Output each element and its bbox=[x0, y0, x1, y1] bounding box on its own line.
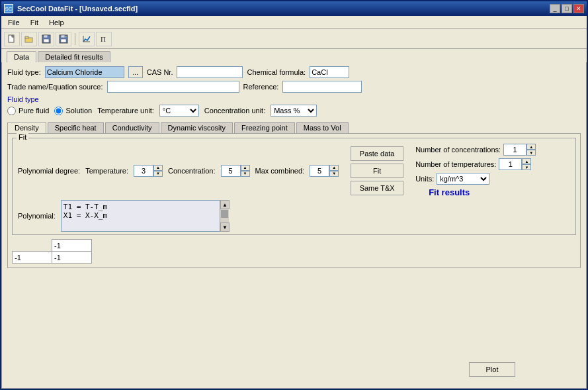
fluid-type-section: Fluid type bbox=[7, 95, 581, 103]
svg-rect-5 bbox=[44, 35, 48, 38]
temp-spinner-down[interactable]: ▼ bbox=[153, 171, 163, 177]
concentration-unit-select[interactable]: Mass % Vol % bbox=[271, 105, 317, 117]
save-button[interactable] bbox=[38, 32, 54, 46]
units-select[interactable]: kg/m^3 J/kg/K W/m/K bbox=[437, 173, 489, 185]
tab-conductivity[interactable]: Conductivity bbox=[105, 122, 159, 133]
conc-spinner: ▲ ▼ bbox=[221, 165, 250, 177]
tab-data[interactable]: Data bbox=[7, 51, 36, 62]
temp-spinner-input[interactable] bbox=[134, 165, 153, 177]
tab-mass-to-vol[interactable]: Mass to Vol bbox=[296, 122, 349, 133]
num-temp-up[interactable]: ▲ bbox=[522, 158, 531, 164]
reference-input[interactable] bbox=[282, 81, 362, 93]
svg-text:+: + bbox=[65, 34, 67, 38]
chemical-formula-label: Chemical formula: bbox=[247, 68, 306, 76]
tab-density[interactable]: Density bbox=[7, 122, 46, 133]
table-cell[interactable]: -1 bbox=[52, 252, 92, 264]
scroll-thumb[interactable] bbox=[221, 210, 228, 218]
num-concentrations-row: Number of concentrations: ▲ ▼ bbox=[415, 144, 536, 156]
max-combined-spinner: ▲ ▼ bbox=[310, 165, 339, 177]
num-temp-down[interactable]: ▼ bbox=[522, 164, 531, 170]
num-temp-input[interactable] bbox=[499, 158, 522, 170]
num-conc-down[interactable]: ▼ bbox=[526, 150, 536, 156]
right-panel: Number of concentrations: ▲ ▼ bbox=[415, 144, 536, 197]
same-tx-button[interactable]: Same T&X bbox=[351, 181, 403, 195]
fluid-type-options: Pure fluid Solution Temperature unit: °C… bbox=[7, 105, 581, 117]
maximize-button[interactable]: □ bbox=[562, 4, 572, 13]
paste-data-button[interactable]: Paste data bbox=[351, 146, 403, 161]
tab-specific-heat[interactable]: Specific heat bbox=[48, 122, 104, 133]
conc-spinner-up[interactable]: ▲ bbox=[241, 165, 250, 171]
tab-detailed-fit[interactable]: Detailed fit results bbox=[38, 51, 110, 62]
max-combined-up[interactable]: ▲ bbox=[329, 165, 339, 171]
num-conc-input[interactable] bbox=[503, 144, 526, 156]
fluid-type-input[interactable] bbox=[45, 66, 124, 78]
reference-label: Reference: bbox=[243, 83, 279, 91]
menu-help[interactable]: Help bbox=[44, 17, 69, 28]
scroll-down[interactable]: ▼ bbox=[220, 222, 230, 232]
tab-dynamic-viscosity[interactable]: Dynamic viscosity bbox=[161, 122, 233, 133]
close-button[interactable]: ✕ bbox=[573, 4, 584, 13]
polynomial-row: Polynomial: T1 = T-T_m X1 = X-X_m ▲ bbox=[18, 200, 570, 232]
new-button[interactable] bbox=[4, 32, 20, 46]
fluid-type-row: Fluid type: ... CAS Nr. Chemical formula… bbox=[7, 66, 581, 78]
units-row: Units: kg/m^3 J/kg/K W/m/K bbox=[415, 173, 536, 185]
tab-freezing-point[interactable]: Freezing point bbox=[234, 122, 295, 133]
table-cell[interactable]: -1 bbox=[52, 240, 92, 252]
trade-input[interactable] bbox=[107, 81, 239, 93]
num-temp-label: Number of temperatures: bbox=[415, 160, 496, 168]
empty-header bbox=[13, 240, 52, 252]
plot-button[interactable]: Plot bbox=[469, 362, 515, 377]
sigma-button[interactable]: Π bbox=[96, 32, 112, 46]
density-tab-content: Fit Polynomial degree: Temperature: ▲ ▼ bbox=[7, 133, 581, 268]
fit-group-label: Fit bbox=[17, 133, 28, 141]
top-tabs: Data Detailed fit results bbox=[1, 49, 587, 62]
toolbar: + Π bbox=[1, 29, 587, 49]
temperature-fit-label: Temperature: bbox=[85, 167, 128, 175]
num-conc-up[interactable]: ▲ bbox=[526, 144, 536, 150]
main-content: Fluid type: ... CAS Nr. Chemical formula… bbox=[1, 62, 587, 389]
poly-degree-label: Polynomial degree: bbox=[18, 167, 80, 175]
scroll-up[interactable]: ▲ bbox=[220, 200, 230, 209]
browse-button[interactable]: ... bbox=[128, 66, 143, 78]
fit-results-row: Fit results bbox=[415, 187, 536, 197]
num-conc-label: Number of concentrations: bbox=[415, 146, 501, 154]
save-as-button[interactable]: + bbox=[56, 32, 71, 46]
trade-label: Trade name/Equation source: bbox=[7, 83, 103, 91]
conc-spinner-down[interactable]: ▼ bbox=[241, 171, 250, 177]
toolbar-separator bbox=[75, 33, 75, 45]
svg-text:Π: Π bbox=[101, 35, 106, 43]
max-combined-down[interactable]: ▼ bbox=[329, 171, 339, 177]
fit-button[interactable]: Fit bbox=[351, 164, 403, 178]
fit-controls-row: Polynomial degree: Temperature: ▲ ▼ Conc… bbox=[18, 144, 570, 197]
table-cell[interactable]: -1 bbox=[13, 252, 52, 264]
temperature-unit-label: Temperature unit: bbox=[97, 107, 154, 115]
temperature-unit-select[interactable]: °C K bbox=[159, 105, 199, 117]
table-row: -1 -1 bbox=[13, 252, 92, 264]
menu-file[interactable]: File bbox=[3, 17, 25, 28]
max-combined-label: Max combined: bbox=[255, 167, 305, 175]
minimize-button[interactable]: _ bbox=[550, 4, 560, 13]
trade-name-row: Trade name/Equation source: Reference: bbox=[7, 81, 581, 93]
window-title: SecCool DataFit - [Unsaved.secfld] bbox=[17, 5, 550, 13]
temp-spinner-up[interactable]: ▲ bbox=[153, 165, 163, 171]
scroll-track bbox=[220, 209, 229, 222]
fluid-type-link[interactable]: Fluid type bbox=[7, 95, 39, 103]
poly-scrollbar[interactable]: ▲ ▼ bbox=[220, 200, 229, 232]
solution-option[interactable]: Solution bbox=[54, 107, 92, 115]
menu-fit[interactable]: Fit bbox=[25, 17, 44, 28]
inner-tabs-bar: Density Specific heat Conductivity Dynam… bbox=[7, 122, 581, 133]
chemical-formula-input[interactable] bbox=[310, 66, 349, 78]
concentration-unit-label: Concentration unit: bbox=[204, 107, 265, 115]
polynomial-label: Polynomial: bbox=[18, 212, 56, 220]
action-buttons: Paste data Fit Same T&X bbox=[351, 146, 403, 195]
open-button[interactable] bbox=[21, 32, 37, 46]
fluid-type-label: Fluid type: bbox=[7, 68, 41, 76]
cas-input[interactable] bbox=[177, 66, 243, 78]
chart-button[interactable] bbox=[79, 32, 95, 46]
max-combined-input[interactable] bbox=[310, 165, 329, 177]
units-label: Units: bbox=[415, 175, 434, 183]
pure-fluid-option[interactable]: Pure fluid bbox=[7, 107, 49, 115]
conc-spinner-input[interactable] bbox=[221, 165, 241, 177]
data-table-container: -1 -1 -1 bbox=[12, 239, 576, 264]
temp-spinner: ▲ ▼ bbox=[134, 165, 163, 177]
